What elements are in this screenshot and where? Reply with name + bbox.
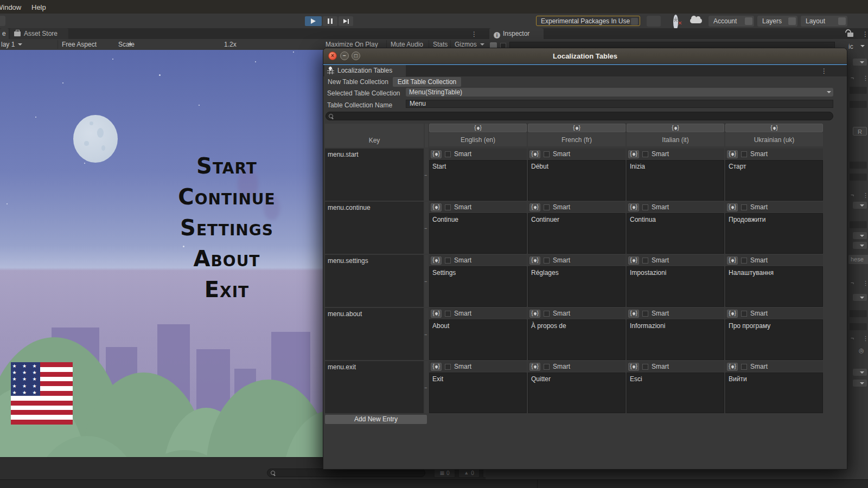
tab-asset-store[interactable]: Asset Store <box>10 28 68 39</box>
smart-checkbox[interactable] <box>741 258 747 264</box>
translation-input[interactable]: Settings <box>429 266 527 307</box>
play-button[interactable] <box>305 16 322 26</box>
translation-input[interactable]: Impostazioni <box>627 266 724 307</box>
translation-input[interactable]: Вийти <box>725 373 823 413</box>
metadata-button[interactable] <box>431 363 442 371</box>
metadata-button[interactable] <box>529 150 540 158</box>
lock-icon[interactable] <box>847 33 853 37</box>
translation-input[interactable]: Start <box>429 160 527 201</box>
collection-name-field[interactable]: Menu <box>406 100 833 108</box>
inspector-dropdown[interactable] <box>853 232 867 239</box>
translation-input[interactable]: Quitter <box>528 373 626 413</box>
game-panel-menu-icon[interactable] <box>471 30 477 38</box>
menu-window[interactable]: Window <box>0 3 21 11</box>
smart-checkbox[interactable] <box>741 204 747 210</box>
metadata-button[interactable] <box>529 256 540 265</box>
translation-input[interactable]: Старт <box>725 160 823 201</box>
smart-checkbox[interactable] <box>544 204 550 210</box>
inspector-field[interactable] <box>850 87 867 94</box>
column-metadata-button[interactable] <box>725 124 823 132</box>
tab-localization-tables[interactable]: Localization Tables <box>324 65 406 76</box>
menu-continue[interactable]: Continue <box>135 182 319 213</box>
component-menu-icon[interactable] <box>863 192 868 199</box>
inspector-dropdown[interactable] <box>853 294 867 301</box>
row-drag-handle[interactable] <box>425 149 428 201</box>
inspector-field[interactable] <box>850 101 867 108</box>
experimental-packages-badge[interactable]: Experimental Packages In Use <box>536 16 640 26</box>
inspector-menu-icon[interactable] <box>862 30 868 38</box>
smart-checkbox[interactable] <box>642 311 648 317</box>
translation-input[interactable]: Налаштування <box>725 266 823 307</box>
toolbar-partial-button[interactable] <box>0 16 5 26</box>
smart-checkbox[interactable] <box>642 151 648 157</box>
metadata-button[interactable] <box>727 203 738 211</box>
metadata-button[interactable] <box>431 150 442 158</box>
account-button[interactable]: Account <box>709 16 754 27</box>
row-drag-handle[interactable] <box>425 255 428 307</box>
smart-checkbox[interactable] <box>544 364 550 370</box>
menu-about[interactable]: About <box>135 243 319 274</box>
menu-settings[interactable]: Settings <box>135 213 319 243</box>
inspector-dropdown[interactable] <box>853 242 867 249</box>
static-dropdown-caret[interactable] <box>860 45 865 47</box>
metadata-button[interactable] <box>727 363 738 371</box>
translation-input[interactable]: Continue <box>429 213 527 254</box>
key-cell[interactable]: menu.settings <box>325 255 424 307</box>
smart-checkbox[interactable] <box>544 311 550 317</box>
inspector-field[interactable] <box>850 323 867 330</box>
selected-collection-dropdown[interactable]: Menu(StringTable) <box>406 88 833 97</box>
metadata-button[interactable] <box>431 203 442 211</box>
translation-input[interactable]: Début <box>528 160 626 201</box>
translation-input[interactable]: À propos de <box>528 319 626 360</box>
pause-button[interactable] <box>323 16 337 26</box>
translation-input[interactable]: Inizia <box>627 160 724 201</box>
smart-checkbox[interactable] <box>642 258 648 264</box>
inspector-field[interactable] <box>850 310 867 317</box>
translation-input[interactable]: Informazioni <box>627 319 724 360</box>
row-drag-handle[interactable] <box>425 361 428 413</box>
row-drag-handle[interactable] <box>425 308 428 360</box>
metadata-button[interactable] <box>628 363 639 371</box>
component-menu-icon[interactable] <box>863 75 868 82</box>
collab-icon[interactable]: *✕ <box>669 16 685 27</box>
metadata-button[interactable] <box>431 310 442 318</box>
tab-inspector[interactable]: iInspector <box>489 28 544 39</box>
key-column-header[interactable]: Key <box>325 124 424 147</box>
translation-input[interactable]: About <box>429 319 527 360</box>
metadata-button[interactable] <box>529 310 540 318</box>
table-search-input[interactable] <box>326 112 833 120</box>
metadata-button[interactable] <box>727 310 738 318</box>
translation-input[interactable]: Continua <box>627 213 724 254</box>
metadata-button[interactable] <box>431 256 442 265</box>
inspector-field[interactable] <box>850 162 867 169</box>
component-menu-icon[interactable] <box>863 335 868 342</box>
metadata-button[interactable] <box>628 256 639 265</box>
translation-input[interactable]: Continuer <box>528 213 626 254</box>
cloud-icon[interactable] <box>690 18 702 23</box>
smart-checkbox[interactable] <box>445 204 451 210</box>
component-menu-icon[interactable] <box>863 280 868 287</box>
column-metadata-button[interactable] <box>627 124 724 132</box>
smart-checkbox[interactable] <box>642 204 648 210</box>
inspector-field[interactable] <box>850 174 867 181</box>
smart-checkbox[interactable] <box>741 151 747 157</box>
smart-checkbox[interactable] <box>642 364 648 370</box>
add-new-entry-button[interactable]: Add New Entry <box>325 415 427 424</box>
smart-checkbox[interactable] <box>445 258 451 264</box>
display-dropdown[interactable]: lay 1 <box>1 41 22 48</box>
smart-checkbox[interactable] <box>445 311 451 317</box>
inspector-dropdown[interactable] <box>853 59 867 66</box>
key-cell[interactable]: menu.start <box>325 149 424 201</box>
column-metadata-button[interactable] <box>429 124 527 132</box>
translation-input[interactable]: Продовжити <box>725 213 823 254</box>
menu-exit[interactable]: Exit <box>135 274 319 305</box>
metadata-button[interactable] <box>628 203 639 211</box>
row-drag-handle[interactable] <box>425 202 428 254</box>
smart-checkbox[interactable] <box>741 311 747 317</box>
search-input[interactable] <box>267 468 425 477</box>
layout-button[interactable]: Layout <box>801 16 847 27</box>
window-titlebar[interactable]: × − □ Localization Tables <box>323 48 847 64</box>
inspector-dropdown[interactable] <box>853 369 867 376</box>
smart-checkbox[interactable] <box>445 364 451 370</box>
tab-game-partial[interactable]: e <box>0 28 9 39</box>
